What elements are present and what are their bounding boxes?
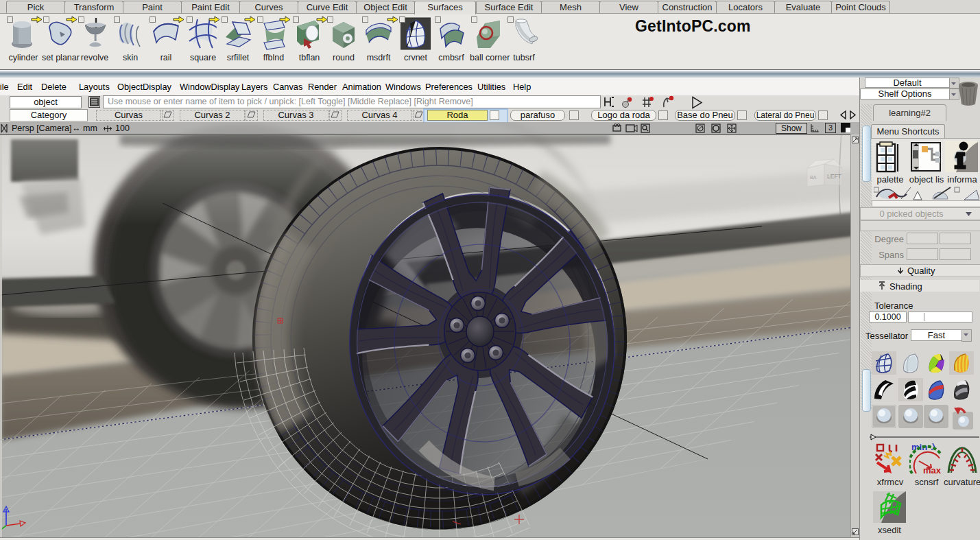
svg-text:max: max <box>923 465 942 475</box>
svg-text:BA: BA <box>810 175 817 180</box>
svg-text:LEFT: LEFT <box>827 173 841 180</box>
